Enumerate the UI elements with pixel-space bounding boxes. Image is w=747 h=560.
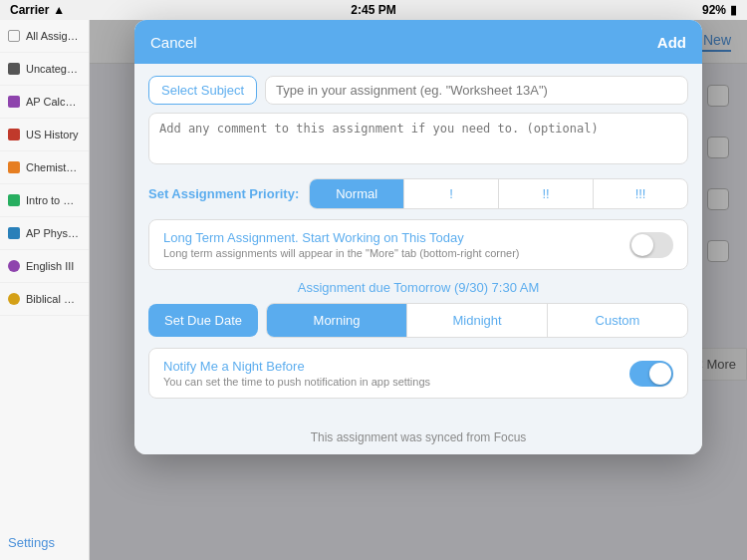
priority-medium-button[interactable]: !! (498, 179, 593, 208)
long-term-desc: Long term assignments will appear in the… (163, 247, 520, 259)
subject-assignment-row: Select Subject (148, 76, 688, 105)
footer-text: This assignment was synced from Focus (311, 430, 527, 444)
notify-desc: You can set the time to push notificatio… (163, 376, 430, 388)
comment-textarea[interactable] (148, 113, 688, 164)
time-buttons: Morning Midnight Custom (266, 303, 688, 338)
sidebar-item-label: English III (26, 260, 74, 272)
sidebar-item-uncategorized[interactable]: Uncategorized (0, 53, 89, 86)
sidebar-item-chemistry[interactable]: Chemistry Ho... (0, 151, 89, 184)
sidebar-item-us-history[interactable]: US History (0, 119, 89, 151)
notify-text: Notify Me a Night Before You can set the… (163, 359, 430, 388)
toggle-knob (631, 234, 653, 256)
priority-buttons: Normal ! !! !!! (309, 178, 688, 209)
long-term-title: Long Term Assignment. Start Working on T… (163, 230, 520, 245)
sidebar-item-all-assignments[interactable]: All Assignments (0, 20, 89, 53)
modal-overlay: Cancel Add Select Subject Set Assignment… (90, 20, 747, 560)
priority-high-button[interactable]: !!! (593, 179, 687, 208)
battery-icon: ▮ (730, 3, 737, 17)
status-right: 92% ▮ (702, 3, 737, 17)
time-midnight-button[interactable]: Midnight (406, 304, 547, 337)
notify-title: Notify Me a Night Before (163, 359, 430, 374)
sidebar-item-label: All Assignments (26, 30, 81, 42)
status-bar: Carrier ▲ 2:45 PM 92% ▮ (0, 0, 747, 20)
sidebar-item-label: Biblical Narra... (26, 293, 81, 305)
modal-header: Cancel Add (134, 20, 702, 64)
wifi-icon: ▲ (53, 3, 65, 17)
battery-label: 92% (702, 3, 726, 17)
sidebar-item-biblical[interactable]: Biblical Narra... (0, 283, 89, 316)
sidebar-item-label: US History (26, 129, 79, 140)
priority-row: Set Assignment Priority: Normal ! !! !!! (148, 178, 688, 209)
modal-body: Select Subject Set Assignment Priority: … (134, 64, 702, 420)
sidebar-item-label: Chemistry Ho... (26, 161, 81, 173)
toggle-knob (649, 363, 671, 385)
select-subject-button[interactable]: Select Subject (148, 76, 257, 105)
notify-toggle[interactable] (629, 361, 673, 387)
due-date-row: Set Due Date Morning Midnight Custom (148, 303, 688, 338)
sidebar: All Assignments Uncategorized AP Calculu… (0, 20, 90, 560)
sidebar-item-intro-engineering[interactable]: Intro to Engi... (0, 184, 89, 217)
sidebar-item-label: AP Physics C: (26, 227, 81, 239)
sidebar-item-english[interactable]: English III (0, 250, 89, 283)
priority-label: Set Assignment Priority: (148, 186, 299, 201)
add-assignment-modal: Cancel Add Select Subject Set Assignment… (134, 20, 702, 454)
long-term-text: Long Term Assignment. Start Working on T… (163, 230, 520, 259)
time-custom-button[interactable]: Custom (547, 304, 687, 337)
add-button[interactable]: Add (657, 34, 686, 51)
long-term-toggle[interactable] (629, 232, 673, 258)
sidebar-item-label: Intro to Engi... (26, 194, 81, 206)
long-term-box: Long Term Assignment. Start Working on T… (148, 219, 688, 270)
time-morning-button[interactable]: Morning (267, 304, 406, 337)
due-date-label: Assignment due Tomorrow (9/30) 7:30 AM (148, 280, 688, 295)
sidebar-item-label: AP Calculus A... (26, 96, 81, 108)
settings-link[interactable]: Settings (0, 525, 89, 560)
priority-normal-button[interactable]: Normal (310, 179, 403, 208)
sidebar-item-ap-calculus[interactable]: AP Calculus A... (0, 86, 89, 119)
main-layout: All Assignments Uncategorized AP Calculu… (0, 20, 747, 560)
status-left: Carrier ▲ (10, 3, 65, 17)
assignment-input[interactable] (265, 76, 688, 105)
cancel-button[interactable]: Cancel (150, 34, 197, 51)
sidebar-item-ap-physics[interactable]: AP Physics C: (0, 217, 89, 250)
carrier-label: Carrier (10, 3, 49, 17)
modal-footer: This assignment was synced from Focus (134, 420, 702, 454)
sidebar-item-label: Uncategorized (26, 63, 81, 75)
status-time: 2:45 PM (351, 3, 395, 17)
set-due-date-button[interactable]: Set Due Date (148, 304, 258, 337)
notify-box: Notify Me a Night Before You can set the… (148, 348, 688, 399)
priority-low-button[interactable]: ! (403, 179, 498, 208)
